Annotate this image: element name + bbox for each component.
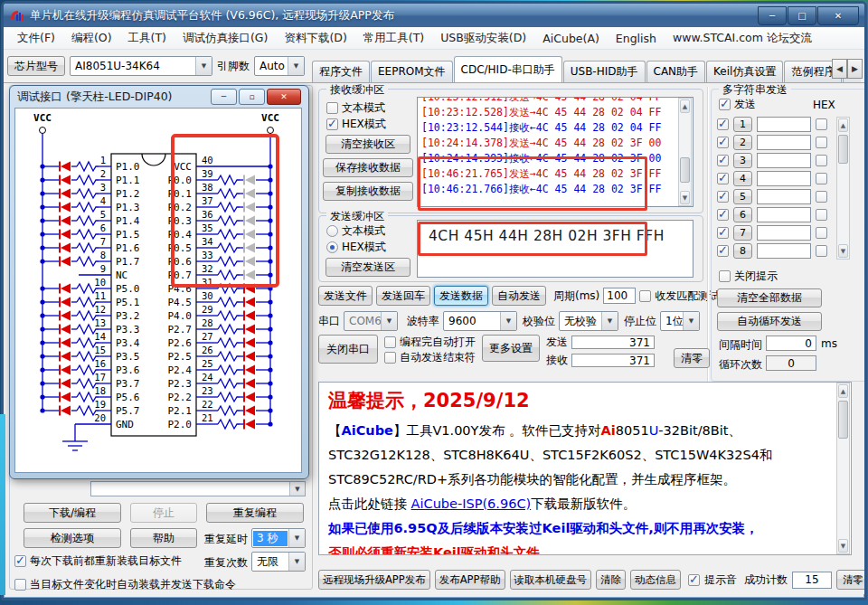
clear-receive-button[interactable]: 清空接收区 bbox=[326, 135, 410, 154]
row-hex-checkbox[interactable] bbox=[816, 155, 827, 166]
dynamic-info-button[interactable]: 动态信息 bbox=[630, 570, 681, 590]
clear-all-data-button[interactable]: 清空全部数据 bbox=[717, 288, 822, 307]
chevron-down-icon[interactable]: ▼ bbox=[288, 57, 304, 75]
chip-model-button[interactable]: 芯片型号 bbox=[7, 56, 65, 76]
row-send-checkbox[interactable] bbox=[717, 191, 729, 203]
receive-log-scrollbar[interactable]: ▲ ▼ bbox=[678, 98, 692, 206]
send-hex-mode-radio[interactable] bbox=[326, 241, 338, 253]
string-input[interactable] bbox=[757, 153, 811, 168]
menu-item[interactable]: 调试仿真接口(G) bbox=[175, 29, 276, 48]
string-input[interactable] bbox=[757, 225, 811, 241]
debug-window-titlebar[interactable]: 调试接口 (擎天柱-LED-DIP40) ─ ▫ ✕ bbox=[10, 86, 308, 108]
baud-combo[interactable]: 9600 ▼ bbox=[443, 311, 517, 331]
send-data-button[interactable]: 发送数据 bbox=[434, 286, 488, 306]
close-port-button[interactable]: 关闭串口 bbox=[318, 335, 378, 364]
check-options-button[interactable]: 检测选项 bbox=[24, 528, 121, 548]
remote-upgrade-publish-button[interactable]: 远程现场升级APP发布 bbox=[318, 570, 430, 590]
scroll-down-icon[interactable]: ▼ bbox=[680, 191, 690, 204]
row-send-checkbox[interactable] bbox=[717, 173, 729, 184]
maximize-button[interactable]: □ bbox=[788, 6, 816, 25]
clear-counters-button[interactable]: 清零 bbox=[674, 348, 710, 368]
string-number-button[interactable]: 6 bbox=[733, 207, 752, 222]
notice-area[interactable]: 温馨提示，2025/9/12 【AiCube】工具V1.00Y发布 。软件已支持… bbox=[318, 382, 852, 555]
chevron-down-icon[interactable]: ▼ bbox=[288, 529, 305, 547]
reset-count-button[interactable]: 清零 bbox=[836, 570, 864, 590]
string-input[interactable] bbox=[757, 243, 811, 259]
debug-minimize-button[interactable]: ─ bbox=[211, 89, 237, 105]
chevron-down-icon[interactable]: ▼ bbox=[500, 312, 516, 330]
auto-end-checkbox[interactable] bbox=[384, 352, 396, 364]
parity-combo[interactable]: 无校验 ▼ bbox=[559, 311, 618, 331]
read-disk-id-button[interactable]: 读取本机硬盘号 bbox=[510, 570, 592, 590]
menu-item[interactable]: English bbox=[608, 30, 665, 47]
clear-send-button[interactable]: 清空发送区 bbox=[326, 258, 410, 277]
row-hex-checkbox[interactable] bbox=[816, 227, 827, 239]
menu-item[interactable]: AiCube(A) bbox=[534, 30, 608, 47]
string-input[interactable] bbox=[757, 117, 811, 132]
repeat-delay-combo[interactable]: 3 秒 ▼ bbox=[251, 528, 306, 548]
row-send-checkbox[interactable] bbox=[717, 227, 729, 239]
menu-item[interactable]: 资料下载(D) bbox=[276, 29, 354, 48]
close-tip-checkbox[interactable] bbox=[719, 270, 731, 282]
text-mode-checkbox[interactable] bbox=[326, 102, 338, 114]
scroll-down-icon[interactable]: ▼ bbox=[838, 539, 848, 553]
chevron-down-icon[interactable]: ▼ bbox=[289, 482, 305, 496]
row-send-checkbox[interactable] bbox=[717, 118, 729, 130]
string-number-button[interactable]: 2 bbox=[733, 135, 752, 150]
port-combo[interactable]: COM6 ▼ bbox=[344, 311, 398, 331]
auto-load-checkbox[interactable] bbox=[14, 579, 26, 591]
match-test-checkbox[interactable] bbox=[639, 290, 651, 302]
debug-maximize-button[interactable]: ▫ bbox=[239, 89, 265, 105]
hex-mode-checkbox[interactable] bbox=[326, 118, 338, 130]
string-number-button[interactable]: 5 bbox=[733, 189, 752, 204]
string-input[interactable] bbox=[757, 189, 811, 204]
menu-item[interactable]: USB驱动安装(D) bbox=[432, 29, 534, 48]
string-input[interactable] bbox=[757, 171, 811, 186]
scrollbar-thumb[interactable] bbox=[680, 157, 690, 183]
tab[interactable]: Keil仿真设置 bbox=[706, 61, 783, 82]
scrollbar-thumb[interactable] bbox=[838, 401, 848, 439]
chip-model-combo[interactable]: AI8051U-34K64 ▼ bbox=[70, 56, 212, 76]
stop-bits-combo[interactable]: 1位 ▼ bbox=[660, 311, 700, 331]
send-buffer-box[interactable]: 4CH 45H 44H 28H 02H 3FH FFH bbox=[417, 220, 693, 278]
auto-open-checkbox[interactable] bbox=[384, 336, 396, 348]
menu-item[interactable]: 文件(F) bbox=[9, 29, 63, 48]
pin-count-combo[interactable]: Auto ▼ bbox=[254, 56, 305, 76]
minimize-button[interactable]: ─ bbox=[758, 6, 787, 25]
download-link[interactable]: AiCube-ISP(6.96C) bbox=[411, 496, 532, 511]
tab[interactable]: EEPROM文件 bbox=[371, 61, 453, 82]
close-button[interactable]: ✕ bbox=[817, 6, 859, 25]
row-hex-checkbox[interactable] bbox=[816, 245, 827, 257]
chevron-down-icon[interactable]: ▼ bbox=[601, 312, 618, 330]
chevron-down-icon[interactable]: ▼ bbox=[381, 312, 397, 330]
send-text-mode-radio[interactable] bbox=[326, 225, 338, 237]
tab-scroll-right-button[interactable]: ▶ bbox=[847, 59, 863, 79]
row-send-checkbox[interactable] bbox=[717, 155, 729, 166]
repeat-program-button[interactable]: 重复编程 bbox=[206, 503, 304, 523]
interval-field[interactable]: 0 bbox=[766, 336, 816, 351]
string-number-button[interactable]: 1 bbox=[733, 117, 752, 132]
clear-button[interactable]: 清除 bbox=[596, 570, 626, 590]
stop-button[interactable]: 停止 bbox=[130, 503, 197, 523]
row-hex-checkbox[interactable] bbox=[816, 173, 827, 184]
chevron-down-icon[interactable]: ▼ bbox=[195, 57, 212, 75]
multi-scrollbar[interactable]: ▲ ▼ bbox=[836, 117, 850, 260]
tab-scroll-left-button[interactable]: ◀ bbox=[832, 59, 847, 79]
chevron-down-icon[interactable]: ▼ bbox=[288, 553, 305, 571]
string-number-button[interactable]: 7 bbox=[733, 225, 752, 241]
repeat-times-combo[interactable]: 无限 ▼ bbox=[251, 552, 306, 572]
send-enter-button[interactable]: 发送回车 bbox=[376, 286, 430, 306]
menu-item[interactable]: 常用工具(T) bbox=[355, 29, 432, 48]
auto-cycle-send-button[interactable]: 自动循环发送 bbox=[717, 312, 822, 331]
tab[interactable]: CAN助手 bbox=[646, 61, 706, 82]
download-program-button[interactable]: 下载/编程 bbox=[24, 503, 121, 523]
tab[interactable]: USB-HID助手 bbox=[563, 61, 646, 82]
send-file-button[interactable]: 发送文件 bbox=[318, 286, 373, 306]
scroll-down-icon[interactable]: ▼ bbox=[838, 244, 848, 258]
chevron-down-icon[interactable]: ▼ bbox=[683, 312, 699, 330]
more-settings-button[interactable]: 更多设置 bbox=[482, 335, 540, 362]
save-receive-button[interactable]: 保存接收数据 bbox=[323, 158, 413, 177]
tab[interactable]: 程序文件 bbox=[312, 61, 370, 82]
menu-item[interactable]: 编程(O) bbox=[63, 29, 120, 48]
scroll-up-icon[interactable]: ▲ bbox=[838, 384, 848, 398]
